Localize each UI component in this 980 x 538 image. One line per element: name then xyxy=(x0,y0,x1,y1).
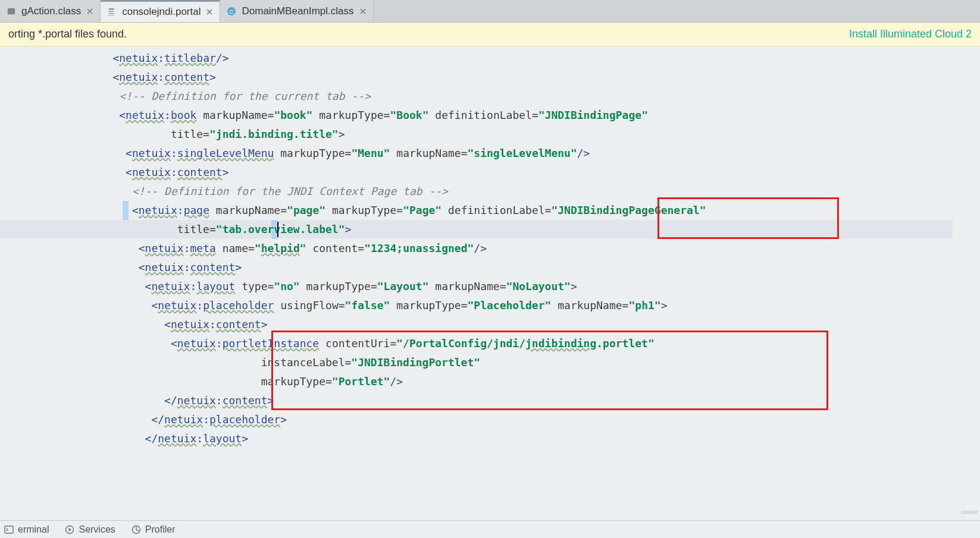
editor-area[interactable]: <netuix:titlebar/> <netuix:content> <!--… xyxy=(0,46,980,520)
bottom-toolbar: erminalServicesProfiler xyxy=(0,520,980,538)
close-tab-icon[interactable] xyxy=(86,7,94,15)
code-line[interactable]: <!-- Definition for the JNDI Context Pag… xyxy=(10,182,953,201)
file-type-icon xyxy=(107,7,117,17)
code-line[interactable]: <netuix:book markupName="book" markupTyp… xyxy=(10,106,953,125)
caret xyxy=(277,222,278,237)
svg-rect-13 xyxy=(5,526,13,533)
tab-label: gAction.class xyxy=(21,5,81,17)
code-line[interactable]: <netuix:content> xyxy=(10,315,953,334)
notification-banner: orting *.portal files found. Install Ill… xyxy=(0,23,980,46)
code-line[interactable]: </netuix:placeholder> xyxy=(10,410,953,429)
svg-line-18 xyxy=(136,530,139,531)
play-icon xyxy=(64,524,75,535)
error-stripe[interactable] xyxy=(953,46,980,520)
code-line[interactable]: <netuix:page markupName="page" markupTyp… xyxy=(10,201,953,220)
file-type-icon xyxy=(6,6,17,17)
banner-message: orting *.portal files found. xyxy=(8,28,127,40)
code-line[interactable]: <netuix:content> xyxy=(10,258,953,277)
code-line[interactable]: <netuix:singleLevelMenu markupType="Menu… xyxy=(10,144,953,163)
close-tab-icon[interactable] xyxy=(359,7,367,15)
tab-label: DomainMBeanImpl.class xyxy=(242,5,353,17)
editor-tab[interactable]: consolejndi.portal xyxy=(101,0,220,22)
code-line[interactable]: <netuix:titlebar/> xyxy=(10,49,953,68)
code-line[interactable]: </netuix:content> xyxy=(10,391,953,410)
svg-text:C: C xyxy=(230,8,234,14)
code-line[interactable]: <netuix:portletInstance contentUri="/Por… xyxy=(10,334,953,353)
code-line[interactable]: </netuix:layout> xyxy=(10,429,953,448)
svg-rect-6 xyxy=(109,14,114,15)
code-line[interactable]: <netuix:placeholder usingFlow="false" ma… xyxy=(10,296,953,315)
close-tab-icon[interactable] xyxy=(205,8,214,16)
toolwindow-label: Profiler xyxy=(145,524,176,535)
toolwindow-button[interactable]: Services xyxy=(64,524,115,535)
svg-rect-0 xyxy=(8,8,15,14)
tab-label: consolejndi.portal xyxy=(122,6,201,18)
code-line[interactable]: markupType="Portlet"/> xyxy=(10,372,953,391)
code-line[interactable]: title="jndi.binding.title"> xyxy=(10,125,953,144)
banner-action-link[interactable]: Install Illuminated Cloud 2 xyxy=(849,28,972,40)
toolwindow-label: erminal xyxy=(18,524,49,535)
terminal-icon xyxy=(4,524,14,535)
code-line[interactable]: <netuix:content> xyxy=(10,68,953,87)
svg-rect-4 xyxy=(109,10,114,11)
code-line[interactable]: <netuix:meta name="helpid" content="1234… xyxy=(10,239,953,258)
toolwindow-button[interactable]: erminal xyxy=(4,524,49,535)
code-line[interactable]: <!-- Definition for the current tab --> xyxy=(10,87,953,106)
code-line[interactable]: instanceLabel="JNDIBindingPortlet" xyxy=(10,353,953,372)
code-line[interactable]: <netuix:layout type="no" markupType="Lay… xyxy=(10,277,953,296)
code-line[interactable]: title="tab.overview.label"> xyxy=(10,220,953,239)
profiler-icon xyxy=(131,524,142,535)
svg-marker-15 xyxy=(69,528,72,531)
editor-tabbar: gAction.classconsolejndi.portalCDomainMB… xyxy=(0,0,980,23)
toolwindow-label: Services xyxy=(79,524,115,535)
svg-rect-5 xyxy=(109,12,114,13)
code-content[interactable]: <netuix:titlebar/> <netuix:content> <!--… xyxy=(0,46,953,520)
toolwindow-button[interactable]: Profiler xyxy=(131,524,176,535)
editor-tab[interactable]: gAction.class xyxy=(0,0,101,22)
code-line[interactable]: <netuix:content> xyxy=(10,163,953,182)
file-type-icon: C xyxy=(226,6,237,17)
editor-tab[interactable]: CDomainMBeanImpl.class xyxy=(220,0,373,22)
